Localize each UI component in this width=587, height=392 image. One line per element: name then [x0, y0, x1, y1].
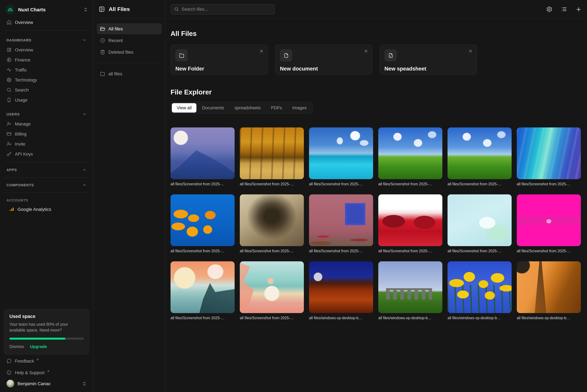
thumbnail-orange-dune[interactable]: [517, 261, 581, 313]
file-card: all files/Screenshot from 2025-…: [240, 261, 304, 320]
folder-icon: [100, 71, 105, 76]
add-new-icon[interactable]: [575, 6, 582, 12]
divider: [5, 162, 89, 162]
sidebar-item-usage[interactable]: Usage: [4, 95, 89, 105]
thumbnail-magenta-abstract[interactable]: [517, 194, 581, 246]
thumbnail-orange-fish[interactable]: [171, 194, 235, 246]
file-card: all files/Screenshot from 2025-…: [378, 128, 442, 186]
used-space-title: Used space: [10, 314, 84, 319]
sidebar-item-billing[interactable]: Billing: [4, 129, 89, 139]
thumbnail-yellow-tulips[interactable]: [447, 261, 512, 313]
files-panel-body: All files Recent Deleted files all fil: [94, 19, 165, 84]
new-folder-card[interactable]: New Folder: [171, 45, 268, 75]
smartphone-icon: [7, 97, 12, 102]
user-menu[interactable]: Benjamin Canac: [4, 378, 89, 388]
panel-item-all-files[interactable]: All files: [97, 23, 162, 34]
sidebar-item-search[interactable]: Search: [4, 85, 89, 95]
search-box[interactable]: [171, 4, 275, 14]
file-card: all files/Screenshot from 2025-…: [517, 128, 581, 186]
sidebar-item-label: Manage: [15, 122, 87, 126]
used-space-card: Used space Your team has used 80% of you…: [4, 309, 89, 355]
section-label: APPS: [7, 168, 17, 172]
sidebar-item-api-keys[interactable]: API Keys: [4, 149, 89, 159]
new-document-card[interactable]: New document: [275, 45, 372, 75]
sidebar-item-label: Overview: [15, 48, 87, 52]
file-caption: all files/windows-xp-desktop-b…: [447, 316, 512, 320]
file-card: all files/windows-xp-desktop-b…: [309, 261, 373, 320]
thumbnail-red-abstract[interactable]: [378, 194, 442, 246]
chevron-up-icon: [82, 168, 87, 172]
panel-item-deleted-files[interactable]: Deleted files: [97, 46, 162, 58]
panel-collapse-icon[interactable]: [99, 6, 105, 12]
file-type-tabs: View all Documents spreadsheets PDFs Ima…: [171, 102, 313, 114]
list-view-icon[interactable]: [561, 6, 567, 12]
sidebar-item-label: API Keys: [15, 152, 87, 156]
new-spreadsheet-card[interactable]: New speadsheet: [380, 45, 477, 75]
file-card: all files/Screenshot from 2025-…: [378, 194, 442, 253]
sidebar-item-technology[interactable]: Technology: [4, 75, 89, 85]
chevrons-up-down-icon: [83, 7, 88, 12]
sidebar-item-label: Technology: [15, 78, 87, 82]
tab-documents[interactable]: Documents: [197, 103, 229, 112]
sidebar-item-label: Usage: [15, 98, 87, 102]
section-label: USERS: [7, 112, 20, 116]
thumbnail-bliss-hill[interactable]: [378, 128, 442, 179]
sidebar-item-manage[interactable]: Manage: [4, 119, 89, 129]
sidebar-item-finance[interactable]: Finance: [4, 55, 89, 65]
thumbnail-bridge-illustration[interactable]: [171, 261, 235, 313]
sidebar-item-dash-overview[interactable]: Overview: [4, 45, 89, 55]
close-icon[interactable]: [364, 49, 368, 53]
thumbnail-tropical-beach[interactable]: [309, 128, 373, 179]
tab-spreadsheets[interactable]: spreadsheets: [230, 103, 266, 112]
feedback-link[interactable]: Feedback: [4, 356, 89, 366]
file-caption: all files/Screenshot from 2025-…: [309, 182, 373, 186]
section-dashboard[interactable]: DASHBOARD: [4, 36, 89, 44]
thumbnail-sepia-dog[interactable]: [240, 194, 304, 246]
user-name: Benjamin Canac: [18, 381, 79, 386]
sidebar-item-google-analytics[interactable]: Google Analytics: [7, 204, 89, 214]
main-area: All Files New Folder: [165, 0, 587, 392]
sidebar-item-invite[interactable]: Invite: [4, 139, 89, 149]
sidebar-item-label: Google Analytics: [18, 207, 87, 212]
section-label: ACCOUNTS: [7, 198, 28, 202]
divider: [5, 177, 89, 178]
close-icon[interactable]: [259, 49, 264, 53]
section-users[interactable]: USERS: [4, 110, 89, 118]
file-card: all files/Screenshot from 2025-…: [517, 194, 581, 253]
workspace-switcher[interactable]: Nuxt Charts: [4, 3, 89, 18]
sidebar-item-label: Billing: [15, 132, 87, 136]
close-icon[interactable]: [468, 49, 473, 53]
file-caption: all files/Screenshot from 2025-…: [378, 182, 442, 186]
file-caption: all files/Screenshot from 2025-…: [517, 249, 581, 253]
thumbnail-blue-aurora[interactable]: [517, 128, 581, 179]
tab-images[interactable]: Images: [288, 103, 312, 112]
message-circle-icon: [7, 358, 12, 364]
thumbnail-cyan-abstract[interactable]: [447, 194, 512, 246]
thumbnail-person-illustration[interactable]: [240, 261, 304, 313]
panel-item-recent[interactable]: Recent: [97, 35, 162, 46]
tab-pdfs[interactable]: PDFs: [266, 103, 287, 112]
panel-item-label: all files: [108, 71, 122, 76]
settings-gear-icon[interactable]: [546, 6, 552, 12]
thumbnail-adobe-wall[interactable]: [309, 194, 373, 246]
upgrade-button[interactable]: Upgrade: [30, 344, 47, 349]
thumbnail-red-desert-dune[interactable]: [309, 261, 373, 313]
thumbnail-autumn-path[interactable]: [240, 128, 304, 179]
panel-folder-all-files[interactable]: all files: [97, 68, 162, 79]
thumbnail-bliss-hill-2[interactable]: [447, 128, 512, 179]
search-input[interactable]: [182, 7, 271, 12]
card-label: New Folder: [175, 66, 263, 72]
file-card: all files/windows-xp-desktop-b…: [517, 261, 581, 320]
file-caption: all files/Screenshot from 2025-…: [240, 249, 304, 253]
file-card: all files/Screenshot from 2025-…: [240, 128, 304, 186]
sidebar-item-label: Overview: [15, 20, 87, 25]
sidebar-item-overview[interactable]: Overview: [4, 18, 89, 27]
thumbnail-stonehenge[interactable]: [378, 261, 442, 313]
thumbnail-moonlit-mountain[interactable]: [171, 128, 235, 179]
sidebar-item-traffic[interactable]: Traffic: [4, 65, 89, 75]
tab-view-all[interactable]: View all: [172, 103, 197, 112]
section-components[interactable]: COMPONENTS: [4, 181, 89, 189]
dismiss-button[interactable]: Dismiss: [10, 344, 24, 349]
help-support-link[interactable]: Help & Support: [4, 368, 89, 378]
section-apps[interactable]: APPS: [4, 166, 89, 174]
